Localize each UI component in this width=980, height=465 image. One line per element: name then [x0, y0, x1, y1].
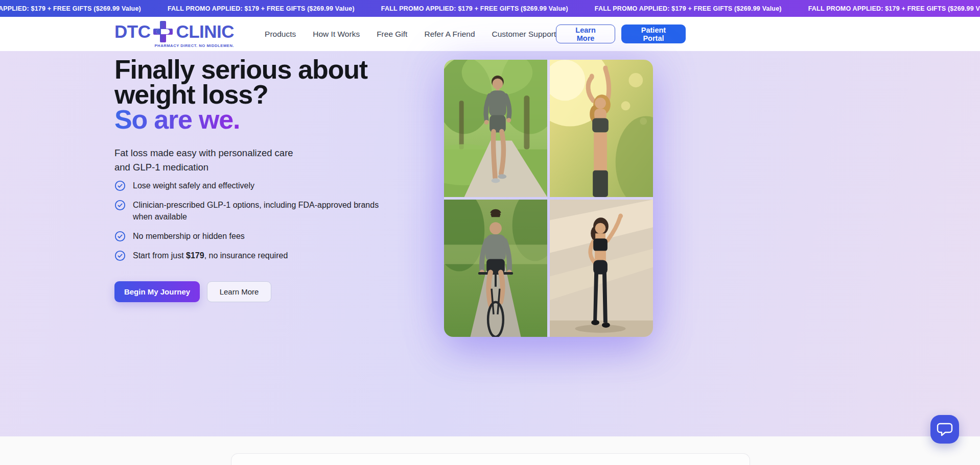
promo-text: FALL PROMO APPLIED: $179 + FREE GIFTS ($… — [808, 5, 980, 12]
medical-cross-pill-icon — [153, 20, 173, 43]
next-section-card — [231, 453, 750, 465]
checklist-item: Clinician-prescribed GLP-1 options, incl… — [114, 199, 385, 223]
header-actions: Learn More Patient Portal — [556, 25, 686, 43]
learn-more-header-button[interactable]: Learn More — [556, 25, 615, 43]
nav-item-how-it-works[interactable]: How It Works — [313, 30, 360, 39]
checklist-text: Lose weight safely and effectively — [133, 180, 254, 191]
hero-subheading-line1: Fat loss made easy with personalized car… — [114, 148, 293, 158]
checklist-text: No membership or hidden fees — [133, 230, 245, 242]
check-circle-icon — [114, 231, 126, 242]
logo-text-clinic: CLINIC — [176, 22, 234, 40]
hero-heading-accent: So are we. — [114, 105, 240, 134]
checklist-text-prefix: Start from just — [133, 251, 186, 260]
nav-item-customer-support[interactable]: Customer Support — [492, 30, 556, 39]
chat-launcher-button[interactable] — [930, 415, 959, 444]
logo[interactable]: DTC CLINIC PHARMACY DIRECT. NO MIDDLEMEN… — [114, 20, 234, 48]
patient-portal-button[interactable]: Patient Portal — [621, 25, 686, 43]
hero-cta-row: Begin My Journey Learn More — [114, 281, 271, 302]
logo-text-dtc: DTC — [114, 22, 150, 40]
main-nav: Products How It Works Free Gift Refer A … — [265, 30, 556, 39]
checklist-text-price: $179 — [186, 251, 204, 260]
hero-photo-woman-stretching-sunlight — [550, 60, 653, 197]
checklist-text: Clinician-prescribed GLP-1 options, incl… — [133, 199, 383, 223]
hero-photo-grid — [444, 60, 653, 337]
chat-bubble-icon — [936, 421, 953, 437]
hero-photo-woman-pointing-activewear — [550, 200, 653, 337]
checklist-item: No membership or hidden fees — [114, 230, 385, 242]
promo-track: FALL PROMO APPLIED: $179 + FREE GIFTS ($… — [0, 5, 980, 12]
hero-subheading: Fat loss made easy with personalized car… — [114, 146, 293, 175]
logo-row: DTC CLINIC — [114, 20, 234, 43]
man-walking-illustration — [444, 60, 547, 197]
next-section — [0, 436, 980, 465]
checklist-item: Start from just $179, no insurance requi… — [114, 250, 385, 261]
benefits-checklist: Lose weight safely and effectively Clini… — [114, 180, 385, 269]
logo-tagline: PHARMACY DIRECT. NO MIDDLEMEN. — [155, 43, 235, 48]
hero-photo-man-riding-bicycle — [444, 200, 547, 337]
nav-item-products[interactable]: Products — [265, 30, 296, 39]
promo-text: FALL PROMO APPLIED: $179 + FREE GIFTS ($… — [168, 5, 355, 12]
check-circle-icon — [114, 180, 126, 191]
woman-pointing-illustration — [550, 200, 653, 337]
hero-heading: Finally serious about weight loss? So ar… — [114, 57, 367, 132]
nav-item-refer-a-friend[interactable]: Refer A Friend — [424, 30, 475, 39]
nav-item-free-gift[interactable]: Free Gift — [377, 30, 407, 39]
site-header: DTC CLINIC PHARMACY DIRECT. NO MIDDLEMEN… — [0, 17, 980, 51]
hero-photo-man-walking-in-park — [444, 60, 547, 197]
hero-section: Finally serious about weight loss? So ar… — [0, 51, 980, 436]
promo-banner: FALL PROMO APPLIED: $179 + FREE GIFTS ($… — [0, 0, 980, 17]
promo-text: FALL PROMO APPLIED: $179 + FREE GIFTS ($… — [381, 5, 568, 12]
man-cycling-illustration — [444, 200, 547, 337]
learn-more-hero-button[interactable]: Learn More — [207, 281, 271, 302]
promo-text: FALL PROMO APPLIED: $179 + FREE GIFTS ($… — [0, 5, 141, 12]
promo-text: FALL PROMO APPLIED: $179 + FREE GIFTS ($… — [595, 5, 782, 12]
check-circle-icon — [114, 250, 126, 261]
hero-subheading-line2: and GLP-1 medication — [114, 162, 208, 173]
checklist-item: Lose weight safely and effectively — [114, 180, 385, 191]
check-circle-icon — [114, 200, 126, 211]
checklist-text-suffix: , no insurance required — [204, 251, 288, 260]
header-inner: DTC CLINIC PHARMACY DIRECT. NO MIDDLEMEN… — [114, 17, 686, 51]
woman-stretching-illustration — [550, 60, 653, 197]
begin-my-journey-button[interactable]: Begin My Journey — [114, 281, 200, 302]
checklist-text: Start from just $179, no insurance requi… — [133, 250, 288, 261]
